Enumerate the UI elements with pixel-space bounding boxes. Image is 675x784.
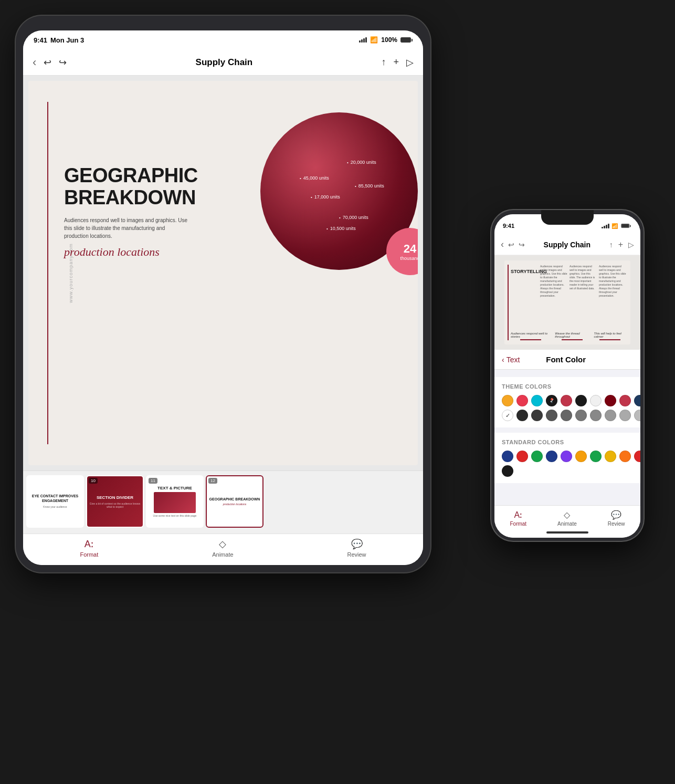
thumb-9-title: EYE CONTACT IMPROVES ENGAGEMENT xyxy=(29,494,81,503)
phone-back-button[interactable]: ‹ xyxy=(501,239,504,250)
font-color-panel: ‹ Text Font Color THEME COLORS 📍 xyxy=(494,350,640,505)
chevron-left-icon: ‹ xyxy=(502,356,504,364)
undo-button[interactable]: ↩ xyxy=(44,57,51,68)
color-swatch-dark[interactable] xyxy=(575,395,587,406)
animate-label: Animate xyxy=(212,551,233,558)
redo-button[interactable]: ↪ xyxy=(59,57,67,68)
slide-decorative-bar xyxy=(47,102,48,444)
globe-dot-5: 70,000 units xyxy=(339,215,368,220)
phone-format-label: Format xyxy=(510,521,526,527)
wifi-icon: 📶 xyxy=(370,36,378,44)
thumbnail-12[interactable]: 12 GEOGRAPHIC BREAKDOWN production locat… xyxy=(206,475,263,528)
color-swatch-gray5[interactable] xyxy=(575,410,587,421)
phone-nav-title: Supply Chain xyxy=(544,241,590,249)
color-swatch-black-pin[interactable]: 📍 xyxy=(546,395,557,406)
phone-time: 9:41 xyxy=(503,223,514,229)
phone-slide-inner: STORYTELLING Audiences respond well to i… xyxy=(504,260,630,344)
std-swatch-2[interactable] xyxy=(516,451,528,462)
toolbar-animate[interactable]: ◇ Animate xyxy=(212,538,233,559)
color-swatch-rose[interactable] xyxy=(619,395,631,406)
slide-subtitle: Audiences respond well to images and gra… xyxy=(64,216,190,240)
theme-colors-section: THEME COLORS 📍 ✓ xyxy=(494,377,640,427)
phone-toolbar-review[interactable]: 💬 Review xyxy=(608,510,625,530)
theme-colors-label: THEME COLORS xyxy=(502,383,633,390)
phone-animate-label: Animate xyxy=(557,521,577,527)
color-swatch-darkred[interactable] xyxy=(605,395,616,406)
thumb-11-title: TEXT & PICTURE xyxy=(157,486,192,490)
phone-nav: ‹ ↩ ↪ Supply Chain ↑ + ▷ xyxy=(494,234,640,255)
add-button[interactable]: + xyxy=(393,57,399,68)
phone-toolbar-animate[interactable]: ◇ Animate xyxy=(557,510,577,530)
battery-icon xyxy=(400,37,413,43)
phone-add-button[interactable]: + xyxy=(618,240,623,249)
back-button[interactable]: ‹ xyxy=(33,56,36,69)
color-swatch-red[interactable] xyxy=(516,395,528,406)
tablet-screen: 9:41 Mon Jun 3 📶 100% xyxy=(23,30,423,565)
color-swatch-gray7[interactable] xyxy=(605,410,616,421)
theme-colors-row2: ✓ xyxy=(502,410,633,421)
format-label: Format xyxy=(80,551,98,558)
panel-back-button[interactable]: ‹ Text xyxy=(502,356,520,364)
toolbar-format[interactable]: Aː Format xyxy=(80,538,98,559)
thumbnail-11[interactable]: 11 TEXT & PICTURE Use some nice text on … xyxy=(146,475,204,528)
globe-dot-2: 85,500 units xyxy=(355,183,384,189)
review-label: Review xyxy=(347,551,366,558)
thumb-10-title: SECTION DIVIDER xyxy=(97,495,133,500)
thumb-10-num: 10 xyxy=(89,478,98,484)
std-swatch-5[interactable] xyxy=(561,451,572,462)
phone-play-button[interactable]: ▷ xyxy=(628,241,634,249)
phone-notch xyxy=(541,210,594,225)
color-swatch-navy[interactable] xyxy=(634,395,640,406)
color-swatch-orange[interactable] xyxy=(502,395,513,406)
phone-nav-right: ↑ + ▷ xyxy=(609,240,634,249)
toolbar-review[interactable]: 💬 Review xyxy=(347,538,366,559)
color-swatch-gray6[interactable] xyxy=(590,410,602,421)
color-swatch-white[interactable] xyxy=(590,395,602,406)
std-swatch-10[interactable] xyxy=(634,451,640,462)
play-button[interactable]: ▷ xyxy=(406,57,414,68)
std-swatch-6[interactable] xyxy=(575,451,587,462)
tablet-nav-bar: ‹ ↩ ↪ Supply Chain ↑ + ▷ xyxy=(23,49,423,76)
color-swatch-gray2[interactable] xyxy=(531,410,543,421)
globe-dot-1: 20,000 units xyxy=(347,160,376,165)
panel-title: Font Color xyxy=(520,355,612,364)
tablet-status-left: 9:41 Mon Jun 3 xyxy=(34,36,84,44)
phone-redo-button[interactable]: ↪ xyxy=(519,241,525,249)
std-swatch-1[interactable] xyxy=(502,451,513,462)
phone-battery-icon xyxy=(621,224,630,228)
phone-status-right: 📶 xyxy=(602,223,632,229)
slide-main[interactable]: www.yourcompany.com GEOGRAPHIC BREAKDOWN… xyxy=(28,81,418,465)
color-swatch-gray1[interactable] xyxy=(516,410,528,421)
standard-colors-label: STANDARD COLORS xyxy=(502,439,633,445)
std-swatch-4[interactable] xyxy=(546,451,557,462)
phone-undo-button[interactable]: ↩ xyxy=(508,241,514,249)
format-icon: Aː xyxy=(85,538,94,550)
std-swatch-8[interactable] xyxy=(605,451,616,462)
tablet-status-right: 📶 100% xyxy=(359,36,413,44)
color-swatch-gray9[interactable] xyxy=(634,410,640,421)
color-swatch-cyan[interactable] xyxy=(531,395,543,406)
color-swatch-crimson[interactable] xyxy=(561,395,572,406)
phone-slide-preview: STORYTELLING Audiences respond well to i… xyxy=(494,255,640,350)
std-swatch-7[interactable] xyxy=(590,451,602,462)
std-swatch-3[interactable] xyxy=(531,451,543,462)
thumbnail-9[interactable]: EYE CONTACT IMPROVES ENGAGEMENT Know you… xyxy=(26,475,84,528)
slide-title-block: GEOGRAPHIC BREAKDOWN Audiences respond w… xyxy=(64,165,198,259)
standard-colors-grid xyxy=(502,451,633,477)
badge-sub: thousand xyxy=(400,256,418,261)
review-icon: 💬 xyxy=(351,538,363,550)
color-swatch-gray8[interactable] xyxy=(619,410,631,421)
color-swatch-gray4[interactable] xyxy=(561,410,572,421)
thumbnail-10[interactable]: 10 SECTION DIVIDER Give a bit of context… xyxy=(86,475,144,528)
color-swatch-check[interactable]: ✓ xyxy=(502,410,513,421)
phone-toolbar-format[interactable]: Aː Format xyxy=(510,510,526,530)
std-swatch-9[interactable] xyxy=(619,451,631,462)
phone-device: 9:41 📶 ‹ ↩ ↪ Su xyxy=(491,210,644,541)
color-swatch-gray3[interactable] xyxy=(546,410,557,421)
phone-share-button[interactable]: ↑ xyxy=(609,241,613,249)
phone-slide-bar xyxy=(508,265,509,340)
std-swatch-11[interactable] xyxy=(502,465,513,477)
share-button[interactable]: ↑ xyxy=(381,57,386,68)
badge-number: 24 xyxy=(404,242,416,256)
tablet-time: 9:41 xyxy=(34,36,47,44)
